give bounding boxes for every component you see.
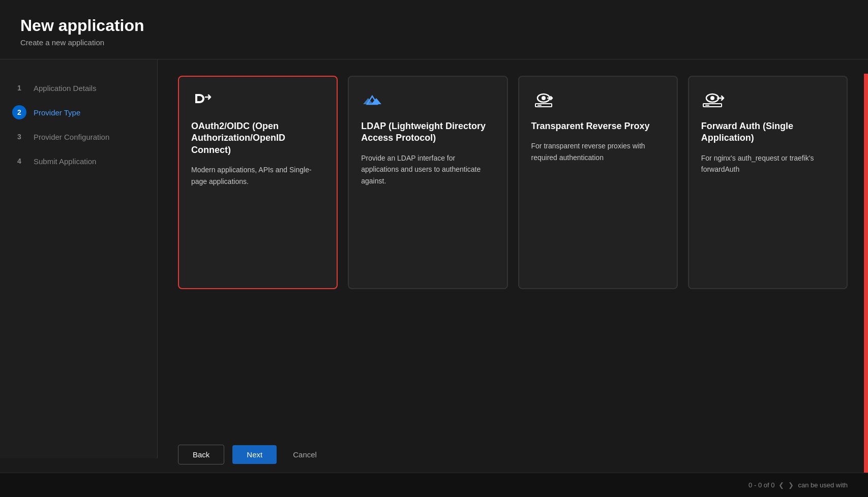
button-row: Back Next Cancel (158, 437, 345, 473)
step-number-2: 2 (12, 105, 26, 119)
svg-point-4 (542, 96, 546, 100)
sidebar-step-1[interactable]: 1 Application Details (12, 76, 145, 100)
step-number-4: 4 (12, 154, 26, 168)
provider-card-ldap[interactable]: LDAP (Lightweight Directory Access Proto… (348, 76, 507, 289)
svg-rect-10 (705, 105, 709, 106)
sidebar-step-3[interactable]: 3 Provider Configuration (12, 125, 145, 149)
bottom-bar: 0 - 0 of 0 ❮ ❯ can be used with (0, 473, 868, 497)
ldap-icon (361, 91, 494, 111)
svg-marker-1 (363, 98, 373, 104)
step-number-1: 1 (12, 81, 26, 95)
proxy-icon (531, 91, 665, 111)
sidebar-item-submit-application: Submit Application (34, 157, 96, 166)
proxy-card-description: For transparent reverse proxies with req… (531, 140, 665, 163)
forward-card-title: Forward Auth (Single Application) (701, 120, 834, 144)
next-button[interactable]: Next (232, 445, 277, 464)
page-header: New application Create a new application (0, 0, 868, 59)
oauth2-card-title: OAuth2/OIDC (Open Authorization/OpenID C… (191, 120, 324, 156)
nav-prev-icon[interactable]: ❮ (779, 481, 784, 489)
sidebar-step-4[interactable]: 4 Submit Application (12, 149, 145, 173)
ldap-card-title: LDAP (Lightweight Directory Access Proto… (361, 120, 494, 144)
cancel-button[interactable]: Cancel (285, 445, 325, 464)
oauth2-card-description: Modern applications, APIs and Single-pag… (191, 164, 324, 187)
provider-grid: OAuth2/OIDC (Open Authorization/OpenID C… (178, 76, 848, 289)
accent-bar (864, 74, 868, 473)
page-title: New application (20, 16, 848, 35)
svg-marker-2 (371, 98, 381, 104)
sidebar-step-2[interactable]: 2 Provider Type (12, 100, 145, 125)
oauth2-icon (191, 91, 324, 111)
ldap-card-description: Provide an LDAP interface for applicatio… (361, 152, 494, 187)
page-subtitle: Create a new application (20, 38, 848, 47)
sidebar-item-provider-config: Provider Configuration (34, 133, 109, 141)
sidebar-item-provider-type: Provider Type (34, 108, 80, 117)
sidebar-item-application-details: Application Details (34, 84, 96, 92)
provider-card-proxy[interactable]: Transparent Reverse Proxy For transparen… (518, 76, 678, 289)
step-number-3: 3 (12, 130, 26, 144)
provider-card-forward[interactable]: Forward Auth (Single Application) For ng… (688, 76, 848, 289)
forward-card-description: For nginx's auth_request or traefik's fo… (701, 152, 834, 175)
bottom-suffix: can be used with (798, 481, 848, 489)
main-content: 1 Application Details 2 Provider Type 3 … (0, 59, 868, 458)
sidebar: 1 Application Details 2 Provider Type 3 … (0, 59, 158, 458)
svg-point-8 (710, 96, 714, 100)
pagination-text: 0 - 0 of 0 (749, 481, 774, 489)
svg-rect-6 (537, 105, 542, 106)
content-area: OAuth2/OIDC (Open Authorization/OpenID C… (158, 59, 868, 458)
provider-card-oauth2[interactable]: OAuth2/OIDC (Open Authorization/OpenID C… (178, 76, 338, 289)
proxy-card-title: Transparent Reverse Proxy (531, 120, 665, 132)
back-button[interactable]: Back (178, 445, 224, 464)
nav-next-icon[interactable]: ❯ (788, 481, 794, 489)
bottom-bar-content: 0 - 0 of 0 ❮ ❯ can be used with (749, 481, 848, 489)
forward-auth-icon (701, 91, 834, 111)
